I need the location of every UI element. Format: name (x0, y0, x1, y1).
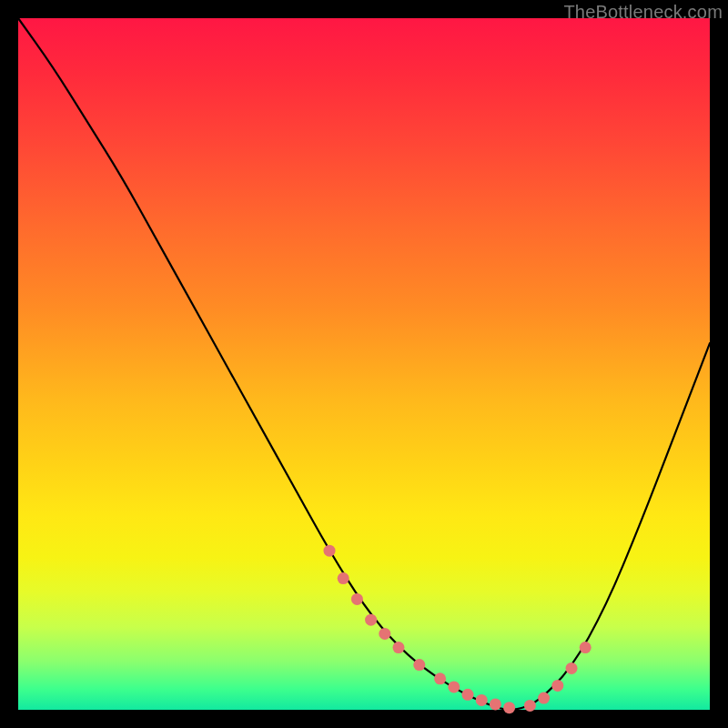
marker-point (476, 694, 488, 706)
bottleneck-curve (18, 18, 710, 710)
marker-point (434, 672, 446, 684)
marker-point (551, 680, 563, 692)
marker-point (351, 593, 363, 605)
marker-point (538, 693, 550, 704)
marker-point (413, 659, 425, 671)
marker-point (448, 681, 460, 693)
marker-point (338, 572, 349, 584)
marker-point (393, 642, 405, 653)
marker-point (524, 700, 536, 712)
marker-point (379, 628, 390, 640)
marker-point (580, 642, 592, 653)
plot-area (18, 18, 710, 710)
chart-svg (18, 18, 710, 710)
marker-point (490, 698, 501, 710)
watermark-text: TheBottleneck.com (563, 2, 723, 23)
marker-point (324, 545, 336, 557)
chart-stage: TheBottleneck.com (0, 0, 728, 728)
marker-point (566, 662, 578, 674)
marker-point (462, 689, 474, 701)
marker-point (365, 614, 377, 626)
marker-point (503, 702, 515, 713)
